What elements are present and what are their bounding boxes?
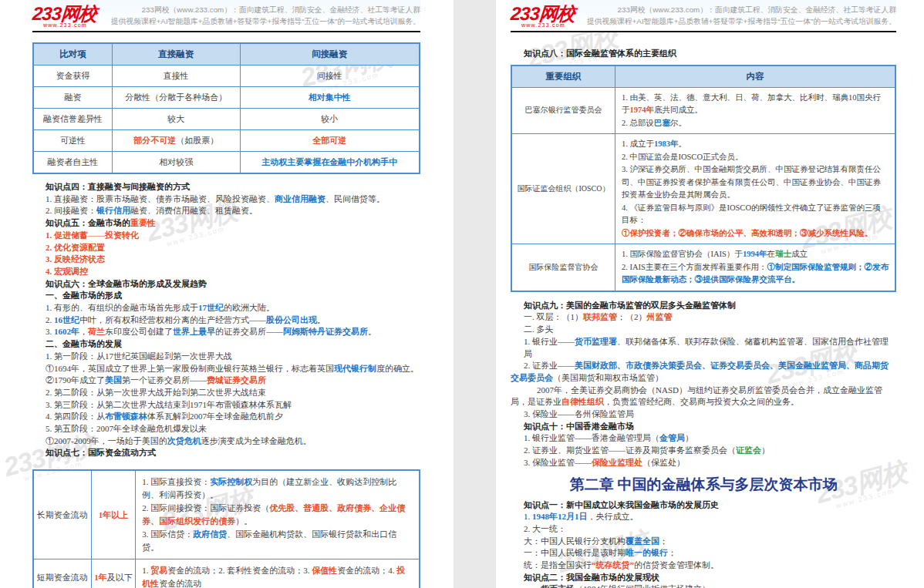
table-cell: 1年以上 xyxy=(91,470,136,559)
table-cell: 1. 国际直接投资：实际控制权为目的（建立新企业、收购达到控制比例、利润再投资）… xyxy=(136,470,420,559)
text-line: 一：中国人民银行是该时期唯一的银行； xyxy=(511,547,896,559)
text-run: 4. 《证券监管目标与原则》是IOSCO的纲领性文件确立了证券监管的三项目标： xyxy=(622,203,881,225)
text-run: （保监处） xyxy=(642,458,685,467)
table-header-row: 比对项 直接融资 间接融资 xyxy=(33,43,420,66)
text-line: 2. 第二阶段：从第一次世界大战开始到第二次世界大战结束 xyxy=(32,387,420,399)
text-line: 1. 1948年12月1日，央行成立。 xyxy=(511,511,896,523)
text-run: 货币监理署 xyxy=(575,337,617,346)
text-run: ） xyxy=(685,433,693,442)
text-run: 3. 国际信贷： xyxy=(142,529,193,539)
text-line: 1. 成立于1983年。 xyxy=(622,138,889,151)
knowledge-point-heading: 知识点十：中国香港金融市场 xyxy=(511,421,896,433)
capital-flow-table: 长期资金流动 1年以上 1. 国际直接投资：实际控制权为目的（建立新企业、收购达… xyxy=(32,469,420,588)
text-run: ①2007-2009年，一场始于美国的 xyxy=(46,436,167,445)
text-run: 1. 成立于 xyxy=(622,139,654,148)
knowledge-point-heading: 知识点四：直接融资与间接融资的方式 xyxy=(32,181,420,193)
chapter-title: 第二章 中国的金融体系与多层次资本市场 xyxy=(511,475,896,495)
text-run: 2. 证券业、期货业监管——证券及期货事务监察委员会（ xyxy=(524,445,736,455)
table-row: 可逆性 部分不可逆（如股票） 全部可逆 xyxy=(33,130,420,152)
direct-vs-indirect-financing-table: 比对项 直接融资 间接融资 资金获得 直接性 间接性 融资 分散性（分散于各种场… xyxy=(32,42,420,174)
table-cell: 融资 xyxy=(33,87,113,109)
column-header: 比对项 xyxy=(33,43,113,66)
logo-text: 233网校 xyxy=(510,5,575,22)
text-run: 知识点四：直接融资与间接融资的方式 xyxy=(46,182,190,191)
tagline-line2: 提供视频课程+AI智能题库+品质教辅+答疑带学+报考指导“五位一体”的一站式考试… xyxy=(111,15,420,27)
text-run: 3. 沪深证券交易所、中国金融期货交易所、中国证券登记结算有限责任公司、中国证券… xyxy=(622,165,881,199)
text-run: 1. 第一阶段：从17世纪英国崛起到第一次世界大战 xyxy=(46,351,232,361)
table-row: 国际证监会组织（IOSCO） 1. 成立于1983年。2. 中国证监会是IOSC… xyxy=(511,134,895,244)
knowledge-point-heading: 知识点五：金融市场的重要性 xyxy=(32,217,420,230)
text-run: （如股票） xyxy=(176,136,218,145)
text-run: 1948年12月1日 xyxy=(532,512,588,521)
table-cell: 短期资金流动 xyxy=(33,559,91,588)
text-run: 保值性 xyxy=(312,566,337,575)
table-cell: 融资者自主性 xyxy=(33,152,113,174)
header-taglines: 233网校（www.233.com）：面向建筑工程、消防安全、金融经济、社工等考… xyxy=(111,4,420,27)
text-run: 中叶，所有权和经营权相分离的生产经营方式—— xyxy=(79,315,266,324)
table-header-row: 重要组织 内容 xyxy=(511,66,895,88)
text-run: 大：中国人民银行分支机构 xyxy=(524,536,626,546)
text-run: ）。 xyxy=(235,516,252,526)
table-row: 巴塞尔银行监管委员会 1. 由美、英、法、德、意大利、日、荷、加拿大、比利时、瑞… xyxy=(511,87,895,134)
text-run: 荷兰 xyxy=(88,327,105,336)
text-run: 费城证券交易所 xyxy=(207,375,266,385)
page-header: 233网校 www.233.com 233网校（www.233.com）：面向建… xyxy=(32,0,420,32)
text-line: ②1790年成立了美国第一个证券交易所——费城证券交易所 xyxy=(32,375,420,387)
text-line: 2. 间接融资：银行信用融资、消费信用融资、租赁融资。 xyxy=(32,205,420,217)
column-header: 直接融资 xyxy=(113,43,240,66)
text-run: 4. 宏观调控 xyxy=(46,267,88,276)
text-run: 1. xyxy=(142,566,150,575)
text-run: 知识点二：我国金融市场的发展现状 xyxy=(524,573,659,582)
knowledge-point-heading: 知识点八：国际金融监管体系的主要组织 xyxy=(511,48,896,60)
text-run: 2. 优化资源配置 xyxy=(46,243,105,252)
table-row: 国际保险监督官协会 1. 国际保险监督官协会（IAIS）于1994年在瑞士成立2… xyxy=(511,244,895,291)
text-run: 2. xyxy=(46,315,54,324)
text-run: 2. 间接融资： xyxy=(46,206,96,215)
table-cell: 资金获得 xyxy=(33,66,113,87)
text-run: 覆盖全国 xyxy=(626,536,659,546)
text-run: 资金的流动；2. 套利性资金的流动；3. xyxy=(167,566,312,575)
text-line: 4. 第四阶段：从布雷顿森林体系瓦解到2007年全球金融危机前夕 xyxy=(32,411,420,423)
text-run: 度的确立。 xyxy=(376,364,419,373)
text-run: 分散性（分散于各种场合） xyxy=(125,92,227,102)
text-run: 美国 xyxy=(105,375,122,385)
table-cell: 较小 xyxy=(240,109,420,130)
text-run: 。 xyxy=(368,327,376,336)
text-run: 瑞士 xyxy=(775,250,791,258)
text-run: 2. 国际间接投资：国际证券投资（ xyxy=(142,503,269,512)
text-run: 3. 第三阶段：从第二次世界大战结束到1971年布雷顿森林体系瓦解 xyxy=(46,400,292,409)
text-run: 融资、消费信用融资、租赁融资。 xyxy=(130,206,258,215)
table-cell: 全部可逆 xyxy=(240,130,420,152)
text-line: ①1694年，英国成立了世界上第一家股份制商业银行英格兰银行，标志着英国现代银行… xyxy=(32,363,420,375)
text-line: ①2007-2009年，一场始于美国的次贷危机逐步演变成为全球金融危机。 xyxy=(32,435,420,448)
text-line: 3. 沪深证券交易所、中国金融期货交易所、中国证券登记结算有限责任公司、中国证券… xyxy=(622,163,889,202)
text-run: 国际证监会组织（IOSCO） xyxy=(517,184,609,193)
text-run: 资金获得 xyxy=(56,71,90,80)
text-line: 2. 总部设巴塞尔。 xyxy=(622,117,889,130)
text-run: 1. 国际保险监督官协会（IAIS）于 xyxy=(622,250,743,258)
text-line: 大：中国人民银行分支机构覆盖全国； xyxy=(511,536,896,548)
text-run: 16世纪 xyxy=(54,315,79,324)
text-run: 贸易 xyxy=(150,566,167,575)
text-run: 全部可逆 xyxy=(312,136,346,145)
table-cell: 较大 xyxy=(113,109,240,130)
text-run: 1974年 xyxy=(629,106,654,114)
text-run: ； xyxy=(659,536,668,546)
text-line: 1. 直接融资：股票市场融资、债券市场融资、风险投资融资、商业信用融资、民间借贷… xyxy=(32,193,420,206)
text-run: 二. 多头 xyxy=(524,324,554,334)
table-cell: 融资信誉差异性 xyxy=(33,109,113,130)
page-header: 233网校 www.233.com 233网校（www.233.com）：面向建… xyxy=(511,0,896,32)
text-run: 第一个证券交易所—— xyxy=(122,375,207,385)
text-run: 2. 第二阶段：从第一次世界大战开始到第二次世界大战结束 xyxy=(46,388,266,397)
text-line: 一、货币市场（1984年银行间同业拆借市场建立） xyxy=(511,583,896,588)
text-run: 1. 银行业监管——香港金融管理局（ xyxy=(524,433,659,442)
table-cell: 1. 成立于1983年。2. 中国证监会是IOSCO正式会员。3. 沪深证券交易… xyxy=(615,134,895,244)
text-run: 1994年 xyxy=(743,250,767,258)
table-row: 长期资金流动 1年以上 1. 国际直接投资：实际控制权为目的（建立新企业、收购达… xyxy=(33,470,420,559)
text-run: 体系瓦解到2007年全球金融危机前夕 xyxy=(147,412,283,421)
text-run: 现代银行制 xyxy=(334,364,376,373)
text-run: ②1790年成立了 xyxy=(46,375,105,385)
knowledge-point-heading: 知识点七：国际资金流动方式 xyxy=(32,447,420,459)
table-row: 融资者自主性 相对较强 主动权主要掌握在金融中介机构手中 xyxy=(33,152,420,174)
text-run: 知识点七：国际资金流动方式 xyxy=(46,448,156,457)
